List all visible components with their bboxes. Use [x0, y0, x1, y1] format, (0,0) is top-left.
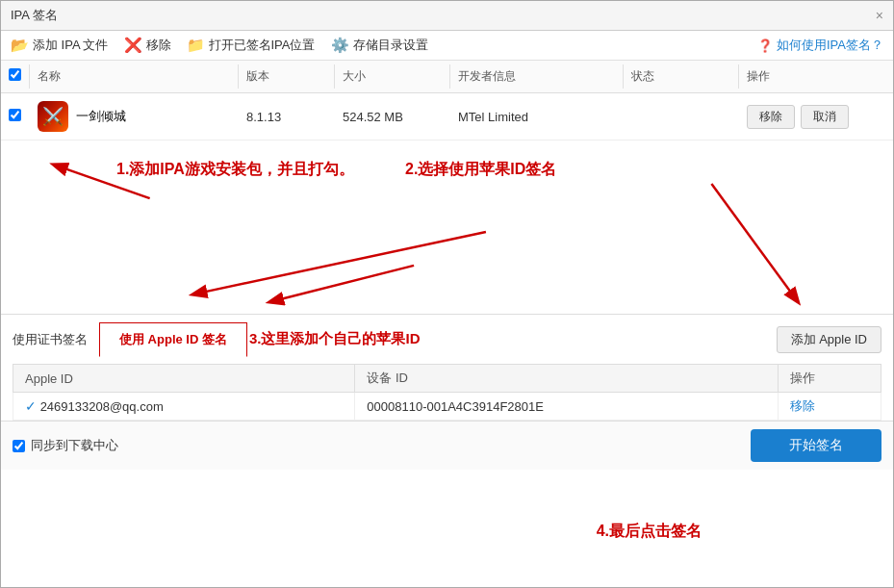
app-icon-emoji: ⚔️ [42, 106, 64, 127]
apple-id-row: ✓ 2469133208@qq.com 00008110-001A4C3914F… [13, 393, 881, 421]
apple-id-col-apple-id: Apple ID [13, 365, 355, 393]
close-button[interactable]: × [876, 9, 883, 22]
row-name: 一剑倾城 [76, 108, 126, 125]
help-icon: ❓ [757, 38, 773, 53]
apple-id-col-action: 操作 [778, 365, 881, 393]
svg-line-4 [711, 184, 798, 302]
col-size: 大小 [335, 64, 450, 89]
remove-label: 移除 [146, 37, 171, 54]
annotation-step4: 4.最后点击签名 [597, 522, 702, 542]
svg-line-2 [193, 232, 486, 294]
col-version: 版本 [239, 64, 335, 89]
open-signed-button[interactable]: 📁 打开已签名IPA位置 [187, 37, 316, 54]
window-title: IPA 签名 [11, 7, 58, 24]
help-label: 如何使用IPA签名？ [777, 37, 883, 54]
cert-label: 使用证书签名 [13, 331, 88, 348]
remove-icon: ❌ [124, 37, 142, 54]
help-button[interactable]: ❓ 如何使用IPA签名？ [757, 37, 883, 54]
sync-checkbox-label[interactable]: 同步到下载中心 [13, 437, 118, 454]
row-cancel-button[interactable]: 取消 [801, 105, 849, 129]
cert-section: 使用证书签名 使用 Apple ID 签名 3.这里添加个自己的苹果ID 添加 … [1, 315, 893, 421]
footer: 同步到下载中心 4.最后点击签名 开始签名 [1, 421, 893, 470]
storage-settings-icon: ⚙️ [331, 37, 349, 54]
row-version: 8.1.13 [239, 106, 335, 128]
app-icon: ⚔️ [38, 101, 68, 132]
add-ipa-icon: 📂 [11, 37, 29, 54]
start-sign-button[interactable]: 开始签名 [751, 429, 881, 462]
device-id-cell: 00008110-001A4C3914F2801E [355, 393, 778, 421]
apple-id-col-device-id: 设备 ID [355, 365, 778, 393]
bottom-section: 使用证书签名 使用 Apple ID 签名 3.这里添加个自己的苹果ID 添加 … [1, 314, 893, 421]
col-name: 名称 [30, 64, 239, 89]
main-window: IPA 签名 × 📂 添加 IPA 文件 ❌ 移除 📁 打开已签名IPA位置 ⚙… [0, 0, 894, 588]
col-action: 操作 [739, 64, 893, 89]
storage-settings-label: 存储目录设置 [353, 37, 428, 54]
apple-id-action-cell: 移除 [778, 393, 881, 421]
col-status: 状态 [624, 64, 739, 89]
row-checkbox[interactable] [9, 109, 21, 121]
sync-label: 同步到下载中心 [31, 437, 118, 454]
apple-id-value: 2469133208@qq.com [40, 399, 164, 414]
row-status [624, 113, 739, 120]
apple-id-check-icon: ✓ [25, 398, 37, 414]
storage-settings-button[interactable]: ⚙️ 存储目录设置 [331, 37, 428, 54]
apple-id-cell: ✓ 2469133208@qq.com [13, 393, 355, 421]
row-developer: MTel Limited [450, 106, 624, 128]
toolbar: 📂 添加 IPA 文件 ❌ 移除 📁 打开已签名IPA位置 ⚙️ 存储目录设置 … [1, 31, 893, 61]
add-apple-id-button[interactable]: 添加 Apple ID [777, 326, 881, 353]
annotation-area: 1.添加IPA游戏安装包，并且打勾。 2.选择使用苹果ID签名 [1, 141, 893, 314]
apple-id-table: Apple ID 设备 ID 操作 ✓ 2469133208@qq.com 00… [13, 364, 881, 421]
select-all-checkbox[interactable] [9, 68, 21, 81]
table-header: 名称 版本 大小 开发者信息 状态 操作 [1, 61, 893, 93]
open-signed-label: 打开已签名IPA位置 [209, 37, 316, 54]
cert-row: 使用证书签名 使用 Apple ID 签名 3.这里添加个自己的苹果ID 添加 … [13, 322, 881, 356]
row-check[interactable] [1, 105, 30, 128]
col-check [1, 64, 30, 89]
add-ipa-button[interactable]: 📂 添加 IPA 文件 [11, 37, 109, 54]
open-signed-icon: 📁 [187, 37, 205, 54]
remove-button[interactable]: ❌ 移除 [124, 37, 171, 54]
svg-line-3 [269, 266, 414, 302]
title-bar: IPA 签名 × [1, 1, 893, 31]
row-remove-button[interactable]: 移除 [747, 105, 795, 129]
add-ipa-label: 添加 IPA 文件 [33, 37, 109, 54]
table-row: ⚔️ 一剑倾城 8.1.13 524.52 MB MTel Limited 移除… [1, 93, 893, 141]
annotation-step2: 2.选择使用苹果ID签名 [405, 160, 556, 180]
row-size: 524.52 MB [335, 106, 450, 128]
row-name-cell: ⚔️ 一剑倾城 [30, 97, 239, 136]
annotation-step1: 1.添加IPA游戏安装包，并且打勾。 [116, 160, 354, 180]
row-actions: 移除 取消 [739, 105, 893, 129]
annotation-step3: 3.这里添加个自己的苹果ID [249, 330, 421, 348]
sync-checkbox[interactable] [13, 440, 25, 452]
col-developer: 开发者信息 [450, 64, 624, 89]
apple-id-remove-button[interactable]: 移除 [790, 398, 815, 413]
cert-tab-apple-id[interactable]: 使用 Apple ID 签名 [99, 322, 247, 357]
apple-id-table-header: Apple ID 设备 ID 操作 [13, 365, 881, 393]
